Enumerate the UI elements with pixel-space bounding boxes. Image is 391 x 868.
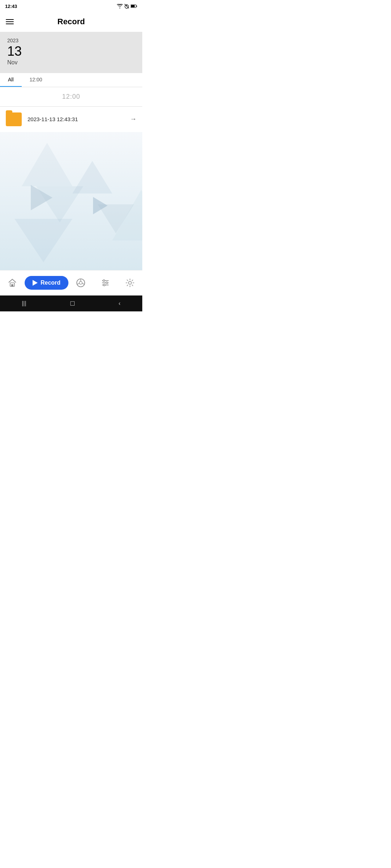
battery-icon [131, 4, 137, 8]
page-title: Record [58, 17, 85, 26]
svg-rect-4 [131, 5, 135, 7]
android-nav-bar: ||| ☐ ‹ [0, 295, 142, 311]
play-icon [33, 280, 38, 286]
svg-line-14 [82, 284, 85, 284]
nav-home[interactable] [0, 278, 25, 288]
svg-point-18 [103, 280, 105, 281]
status-icons [117, 4, 137, 9]
record-item-text: 2023-11-13 12:43:31 [28, 116, 130, 122]
tabs-bar: All 12:00 [0, 73, 142, 87]
svg-point-20 [104, 284, 105, 286]
main-content: Record 2023 13 Nov All 12:00 12:00 2023-… [0, 12, 142, 295]
date-day: 13 [7, 44, 135, 59]
svg-point-11 [79, 281, 82, 284]
arrow-right-icon: → [130, 115, 136, 123]
nav-steering[interactable] [68, 278, 93, 288]
svg-rect-9 [11, 284, 13, 286]
tab-time[interactable]: 12:00 [22, 73, 50, 87]
settings-icon [125, 278, 135, 288]
watermark-area [0, 132, 142, 270]
folder-icon [6, 112, 22, 126]
watermark-play-small [89, 195, 110, 221]
svg-point-19 [106, 282, 108, 284]
record-list-item[interactable]: 2023-11-13 12:43:31 → [0, 107, 142, 132]
status-bar: 12:43 [0, 0, 142, 12]
wifi-icon [117, 4, 123, 8]
android-recent-btn[interactable]: ||| [22, 300, 26, 307]
home-icon [8, 278, 17, 288]
header: Record [0, 12, 142, 32]
date-month: Nov [7, 59, 135, 66]
android-back-btn[interactable]: ‹ [118, 300, 120, 307]
svg-marker-7 [93, 197, 108, 214]
record-button[interactable]: Record [25, 276, 68, 290]
tab-all[interactable]: All [0, 73, 22, 87]
triangle-6 [14, 219, 72, 262]
menu-button[interactable] [6, 19, 14, 24]
nav-filter[interactable] [93, 278, 118, 288]
filter-icon [101, 278, 110, 288]
svg-rect-5 [136, 6, 137, 7]
svg-point-21 [129, 281, 131, 284]
svg-line-13 [77, 284, 80, 284]
svg-marker-6 [31, 185, 52, 210]
android-home-btn[interactable]: ☐ [70, 300, 75, 307]
steering-icon [76, 278, 86, 288]
triangle-5 [112, 190, 142, 241]
triangle-1 [22, 143, 72, 186]
alarm-off-icon [124, 4, 129, 9]
watermark-triangles [0, 132, 142, 270]
date-year: 2023 [7, 38, 135, 43]
nav-settings[interactable] [118, 278, 142, 288]
record-button-label: Record [41, 280, 60, 286]
date-section: 2023 13 Nov [0, 32, 142, 73]
watermark-play-large [24, 181, 56, 221]
bottom-nav: Record [0, 270, 142, 295]
status-time: 12:43 [5, 4, 17, 9]
time-section-label: 12:00 [0, 87, 142, 106]
